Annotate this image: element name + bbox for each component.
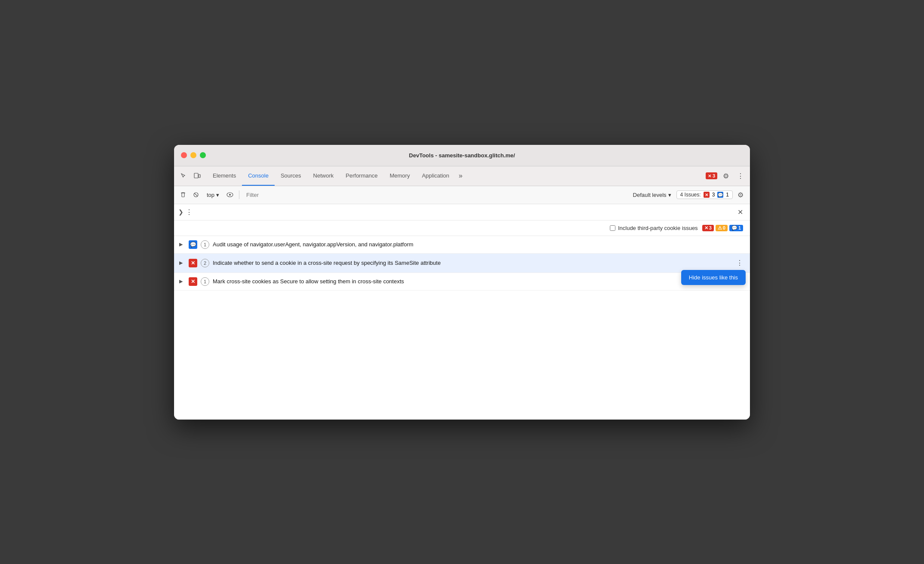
issue-type-icon-3: ✕	[189, 277, 197, 286]
maximize-button[interactable]	[200, 152, 206, 158]
issue-count-2: 2	[201, 259, 209, 267]
issue-row-1[interactable]: ▶ 💬 1 Audit usage of navigator.userAgent…	[174, 236, 750, 254]
issue-type-icon-1: 💬	[189, 240, 197, 249]
warn-mini-badge: ⚠ 0	[716, 225, 728, 231]
error-mini-badge: ✕ 3	[702, 225, 714, 231]
issue-count-3: 1	[201, 277, 209, 286]
tab-bar: Elements Console Sources Network Perform…	[174, 166, 750, 186]
filter-input-wrap	[246, 190, 624, 200]
issues-badge-group[interactable]: 4 Issues: ✕ 3 💬 1	[676, 190, 733, 199]
tab-application[interactable]: Application	[416, 166, 456, 186]
tab-console[interactable]: Console	[242, 166, 275, 186]
tab-memory[interactable]: Memory	[384, 166, 416, 186]
third-party-checkbox[interactable]	[610, 225, 615, 231]
expand-arrow-3: ▶	[179, 279, 185, 284]
tab-network[interactable]: Network	[307, 166, 340, 186]
issues-info-badge: 💬	[717, 192, 723, 198]
issues-header: Include third-party cookie issues ✕ 3 ⚠ …	[174, 221, 750, 236]
svg-rect-1	[199, 175, 200, 178]
settings-button[interactable]: ⚙	[720, 170, 732, 182]
svg-point-5	[229, 194, 231, 196]
issue-type-icon-2: ✕	[189, 259, 197, 267]
issue-row-container-2: ▶ ✕ 2 Indicate whether to send a cookie …	[174, 254, 750, 273]
clear-console-icon[interactable]	[177, 189, 189, 200]
toolbar-row: top ▾ Default levels ▾ 4 Issues: ✕ 3 💬 1…	[174, 186, 750, 204]
close-button[interactable]	[181, 152, 187, 158]
eye-icon[interactable]	[224, 189, 236, 200]
three-dots-menu[interactable]: ⋮	[184, 206, 195, 218]
issue-row-3[interactable]: ▶ ✕ 1 Mark cross-site cookies as Secure …	[174, 273, 750, 291]
cursor-icon[interactable]	[177, 170, 190, 182]
svg-line-3	[195, 193, 198, 196]
info-mini-badge: 💬 1	[729, 225, 743, 231]
more-tabs-button[interactable]: »	[455, 166, 466, 186]
expand-arrow-2: ▶	[179, 260, 185, 266]
svg-rect-0	[194, 173, 198, 178]
issue-row-menu-2[interactable]: ⋮	[734, 258, 745, 268]
console-settings-button[interactable]: ⚙	[734, 189, 747, 201]
tab-left-icons	[177, 170, 203, 182]
empty-area	[174, 291, 750, 420]
filter-input[interactable]	[246, 190, 624, 200]
block-icon[interactable]	[190, 189, 202, 200]
more-options-button[interactable]: ⋮	[734, 170, 747, 182]
issue-count-1: 1	[201, 240, 209, 249]
issue-text-3: Mark cross-site cookies as Secure to all…	[213, 278, 745, 285]
devtools-window: DevTools - samesite-sandbox.glitch.me/ E…	[174, 145, 750, 420]
issue-list: ▶ 💬 1 Audit usage of navigator.userAgent…	[174, 236, 750, 291]
issues-error-badge: ✕	[704, 192, 710, 198]
issue-text-1: Audit usage of navigator.userAgent, navi…	[213, 241, 745, 248]
context-selector[interactable]: top ▾	[203, 191, 223, 199]
title-bar: DevTools - samesite-sandbox.glitch.me/	[174, 145, 750, 166]
window-controls	[181, 152, 206, 158]
issue-text-2: Indicate whether to send a cookie in a c…	[213, 260, 731, 266]
window-title: DevTools - samesite-sandbox.glitch.me/	[409, 152, 515, 159]
tab-sources[interactable]: Sources	[275, 166, 307, 186]
divider	[239, 190, 239, 199]
issues-mini-badges: ✕ 3 ⚠ 0 💬 1	[702, 225, 743, 231]
issue-row-2[interactable]: ▶ ✕ 2 Indicate whether to send a cookie …	[174, 254, 750, 273]
error-count-badge: ✕ 3	[706, 172, 717, 179]
device-toggle-icon[interactable]	[191, 170, 203, 182]
minimize-button[interactable]	[190, 152, 196, 158]
tab-right-actions: ✕ 3 ⚙ ⋮	[706, 170, 747, 182]
tab-performance[interactable]: Performance	[340, 166, 383, 186]
expand-arrow-1: ▶	[179, 242, 185, 247]
close-panel-button[interactable]: ✕	[734, 206, 746, 218]
sidebar-chevron-icon[interactable]: ❯	[178, 208, 184, 215]
levels-selector[interactable]: Default levels ▾	[630, 191, 675, 199]
tab-elements[interactable]: Elements	[207, 166, 242, 186]
hide-issues-popup[interactable]: Hide issues like this	[681, 270, 746, 285]
third-party-checkbox-label[interactable]: Include third-party cookie issues	[610, 225, 698, 231]
sidebar-toggle-row: ❯ ⋮ ✕	[174, 204, 750, 221]
